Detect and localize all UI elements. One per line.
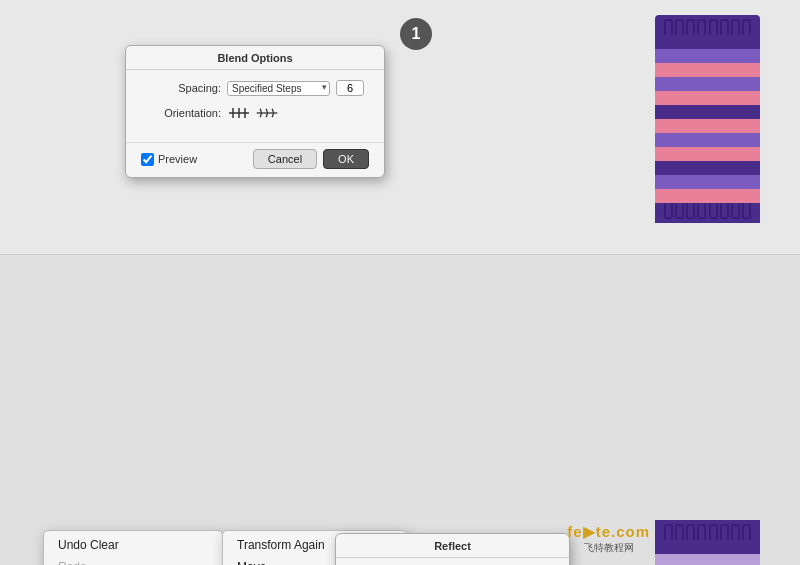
- watermark-bottom: 飞特教程网: [567, 541, 650, 555]
- blend-ok-button[interactable]: OK: [323, 149, 369, 169]
- blend-dialog-title: Blend Options: [126, 46, 384, 70]
- orientation-perpendicular-icon[interactable]: [255, 104, 279, 122]
- spacing-label: Spacing:: [141, 82, 221, 94]
- top-section: 1 Blend Options Spacing: Specified Steps…: [0, 0, 800, 255]
- context-menu: Undo Clear Redo Make Pixel Perfect Persp…: [43, 530, 223, 565]
- blend-dialog-body: Spacing: Specified Steps Specified Dista…: [126, 70, 384, 142]
- preview-checkbox-row: Preview: [141, 153, 247, 166]
- watermark-top: fe▶te.com: [567, 523, 650, 541]
- bottom-section: 2 Undo Clear Redo Make Pixel Perfect Per…: [0, 255, 800, 565]
- blend-options-dialog: Blend Options Spacing: Specified Steps S…: [125, 45, 385, 178]
- preview-checkbox[interactable]: [141, 153, 154, 166]
- spacing-row: Spacing: Specified Steps Specified Dista…: [141, 80, 369, 96]
- preview-label: Preview: [158, 153, 197, 165]
- ctx-undo-clear[interactable]: Undo Clear: [44, 534, 222, 556]
- blend-cancel-button[interactable]: Cancel: [253, 149, 317, 169]
- stripe-pattern-top: [655, 15, 760, 235]
- orientation-row: Orientation:: [141, 104, 369, 122]
- step1-badge: 1: [400, 18, 432, 50]
- ctx-redo: Redo: [44, 556, 222, 565]
- orientation-label: Orientation:: [141, 107, 221, 119]
- reflect-dialog-body: Axis Horizontal ⬌ Vertical ⬍ Angle: − Op…: [336, 558, 569, 565]
- spacing-number-input[interactable]: 6: [336, 80, 364, 96]
- spacing-select-wrap: Specified Steps Specified Distance: [227, 81, 330, 96]
- blend-footer: Preview Cancel OK: [126, 142, 384, 177]
- stripe-pattern-bottom: [655, 520, 760, 565]
- spacing-select[interactable]: Specified Steps Specified Distance: [227, 81, 330, 96]
- reflect-dialog: Reflect Axis Horizontal ⬌ Vertical ⬍ Ang…: [335, 533, 570, 565]
- orientation-align-icon[interactable]: [227, 104, 251, 122]
- watermark: fe▶te.com 飞特教程网: [567, 523, 650, 555]
- reflect-dialog-title: Reflect: [336, 534, 569, 558]
